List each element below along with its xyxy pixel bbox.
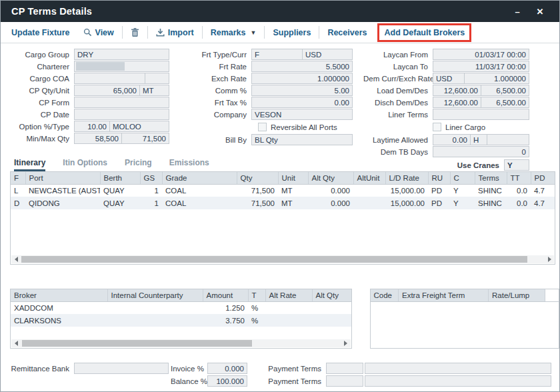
- cell-pd[interactable]: 4.7: [531, 197, 555, 209]
- cell-grade[interactable]: COAL: [162, 197, 237, 209]
- col-extra-freight-term[interactable]: Extra Freight Term: [399, 289, 489, 301]
- add-default-brokers-button[interactable]: Add Default Brokers: [384, 28, 465, 37]
- cell-alt-rate[interactable]: [265, 314, 312, 327]
- import-button[interactable]: Import: [149, 28, 201, 37]
- col-alt-qty[interactable]: Alt Qty: [312, 289, 352, 301]
- scroll-thumb[interactable]: [22, 340, 252, 347]
- itinerary-row-discharge[interactable]: D QIDONG QUAY 1 COAL 71,500 MT 0.000 15,…: [11, 197, 555, 209]
- dem-curr-field[interactable]: USD: [433, 73, 465, 84]
- update-fixture-button[interactable]: Update Fixture: [10, 28, 77, 37]
- cell-f[interactable]: L: [11, 184, 25, 197]
- cell-berth[interactable]: QUAY: [100, 184, 140, 197]
- cell-internal-counterparty[interactable]: [107, 314, 203, 327]
- tab-itin-options[interactable]: Itin Options: [63, 158, 107, 171]
- col-internal-counterparty[interactable]: Internal Counterparty: [107, 289, 203, 301]
- col-code[interactable]: Code: [371, 289, 399, 301]
- cell-alt-qty[interactable]: [312, 314, 352, 327]
- cp-unit-field[interactable]: MT: [139, 85, 169, 96]
- option-pct-field[interactable]: 10.00: [74, 121, 110, 132]
- col-port[interactable]: Port: [25, 172, 100, 184]
- cell-ld-rate[interactable]: 15,000.00: [385, 184, 428, 197]
- exch-rate-field[interactable]: 1.000000: [251, 73, 353, 84]
- cell-berth[interactable]: QUAY: [100, 197, 140, 209]
- laytime-allowed-field[interactable]: 0.00: [433, 134, 471, 145]
- cell-altunit[interactable]: [353, 184, 385, 197]
- laycan-from-field[interactable]: 01/03/17 00:00: [433, 49, 529, 60]
- cargo-coa-field[interactable]: [74, 73, 145, 84]
- cell-terms[interactable]: SHINC: [475, 184, 507, 197]
- option-type-field[interactable]: MOLOO: [109, 121, 169, 132]
- col-qty[interactable]: Qty: [237, 172, 278, 184]
- cell-amount[interactable]: 3.750: [203, 314, 248, 327]
- col-amount[interactable]: Amount: [203, 289, 248, 301]
- col-gs[interactable]: GS: [140, 172, 162, 184]
- cell-c[interactable]: Y: [450, 184, 475, 197]
- cell-ld-rate[interactable]: 15,000.00: [385, 197, 428, 209]
- cell-amount[interactable]: 1.250: [203, 301, 248, 314]
- col-f[interactable]: F: [11, 172, 25, 184]
- laytime-extra-field[interactable]: [487, 134, 529, 145]
- col-berth[interactable]: Berth: [100, 172, 140, 184]
- col-tt[interactable]: TT: [507, 172, 531, 184]
- cargo-group-field[interactable]: DRY: [74, 49, 169, 60]
- col-ld-rate[interactable]: L/D Rate: [385, 172, 428, 184]
- payment-terms-desc-field[interactable]: [365, 375, 551, 387]
- scroll-thumb[interactable]: [21, 256, 527, 263]
- disch-des-field[interactable]: 6,500.00: [481, 97, 529, 108]
- col-rate-lump[interactable]: Rate/Lump: [489, 289, 545, 301]
- load-des-field[interactable]: 6,500.00: [481, 85, 529, 96]
- disch-dem-field[interactable]: 12,600.00: [433, 97, 481, 108]
- cell-t[interactable]: %: [248, 301, 265, 314]
- cp-qty-field[interactable]: 65,000: [74, 85, 140, 96]
- cell-tt[interactable]: 0.0: [507, 197, 531, 209]
- frt-rate-field[interactable]: 5.5000: [251, 61, 353, 72]
- load-dem-field[interactable]: 12,600.00: [433, 85, 481, 96]
- itinerary-hscrollbar[interactable]: [11, 255, 554, 263]
- col-unit[interactable]: Unit: [278, 172, 308, 184]
- comm-pct-field[interactable]: 5.00: [251, 85, 353, 96]
- col-grade[interactable]: Grade: [162, 172, 237, 184]
- tab-itinerary[interactable]: Itinerary: [14, 158, 45, 171]
- cp-date-field[interactable]: [74, 109, 169, 120]
- scroll-left-icon[interactable]: [11, 339, 21, 347]
- col-altunit[interactable]: AltUnit: [353, 172, 385, 184]
- col-alt-rate[interactable]: Alt Rate: [265, 289, 312, 301]
- laytime-unit-field[interactable]: H: [470, 134, 487, 145]
- itinerary-row-load[interactable]: L NEWCASTLE (AUST QUAY 1 COAL 71,500 MT …: [11, 184, 555, 197]
- dem-tb-days-field[interactable]: 0: [433, 146, 529, 157]
- dem-exch-rate-field[interactable]: 1.000000: [464, 73, 529, 84]
- broker-row[interactable]: CLARKSONS 3.750 %: [11, 314, 352, 327]
- view-button[interactable]: View: [77, 28, 121, 37]
- receivers-button[interactable]: Receivers: [321, 28, 373, 37]
- cell-grade[interactable]: COAL: [162, 184, 237, 197]
- col-terms[interactable]: Terms: [475, 172, 507, 184]
- cell-ru[interactable]: PD: [428, 197, 450, 209]
- scroll-left-icon[interactable]: [11, 255, 21, 263]
- minimize-icon[interactable]: –: [506, 1, 529, 22]
- cell-terms[interactable]: SHINC: [475, 197, 507, 209]
- cell-broker[interactable]: CLARKSONS: [11, 314, 107, 327]
- cell-altunit[interactable]: [353, 197, 385, 209]
- col-ru[interactable]: RU: [428, 172, 450, 184]
- liner-terms-field[interactable]: [433, 109, 529, 120]
- scroll-right-icon[interactable]: [341, 339, 351, 347]
- cp-form-field[interactable]: [74, 97, 169, 108]
- frt-curr-field[interactable]: USD: [302, 49, 353, 60]
- cell-gs[interactable]: 1: [140, 184, 162, 197]
- tab-pricing[interactable]: Pricing: [125, 158, 152, 171]
- cell-qty[interactable]: 71,500: [237, 184, 278, 197]
- cell-gs[interactable]: 1: [140, 197, 162, 209]
- cell-f[interactable]: D: [11, 197, 25, 209]
- cell-unit[interactable]: MT: [278, 197, 308, 209]
- cargo-coa-field-2[interactable]: [145, 73, 169, 84]
- cell-alt-qty[interactable]: 0.000: [308, 184, 353, 197]
- col-alt-qty[interactable]: Alt Qty: [308, 172, 353, 184]
- laycan-to-field[interactable]: 11/03/17 00:00: [433, 61, 529, 72]
- balance-pct-field[interactable]: 100.000: [207, 375, 247, 387]
- cell-broker[interactable]: XADDCOM: [11, 301, 107, 314]
- min-qty-field[interactable]: 58,500: [74, 133, 122, 144]
- cell-internal-counterparty[interactable]: [107, 301, 203, 314]
- close-icon[interactable]: ✕: [529, 1, 551, 22]
- liner-cargo-checkbox[interactable]: [433, 123, 441, 131]
- max-qty-field[interactable]: 71,500: [121, 133, 169, 144]
